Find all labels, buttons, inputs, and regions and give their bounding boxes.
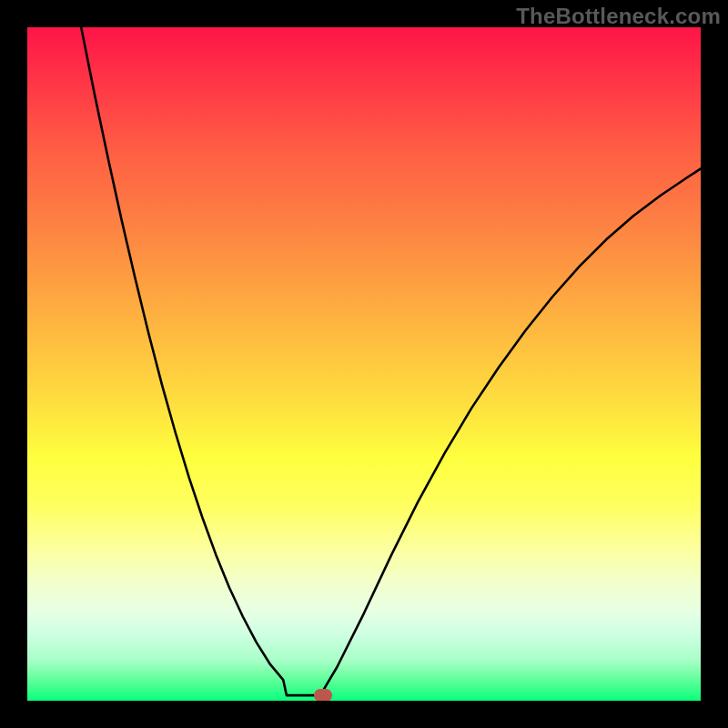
watermark-text: TheBottleneck.com — [516, 4, 721, 29]
chart-stage: TheBottleneck.com — [0, 0, 728, 728]
optimum-marker — [314, 689, 332, 701]
curve-svg — [27, 27, 701, 701]
plot-area — [27, 27, 701, 701]
bottleneck-curve — [81, 27, 701, 695]
